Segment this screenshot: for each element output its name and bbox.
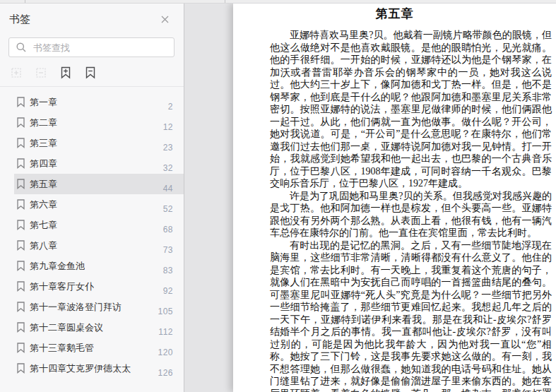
bookmark-item[interactable]: 第五章44	[0, 174, 184, 194]
close-panel-button[interactable]	[158, 13, 171, 25]
bookmark-page-number: 2	[168, 102, 173, 112]
bookmark-icon	[16, 138, 25, 148]
bookmark-item[interactable]: 第十章客厅女仆92	[0, 276, 184, 297]
toolbar-divider-tick	[225, 0, 225, 3]
bookmark-icon	[16, 117, 25, 128]
bookmark-icon	[16, 220, 25, 230]
bookmark-page-number: 92	[163, 286, 173, 296]
remove-bookmark-icon	[85, 66, 96, 79]
bookmark-label: 第八章	[30, 239, 57, 252]
bookmark-page-number: 112	[158, 327, 173, 337]
bookmarks-panel-header: 书签	[0, 4, 184, 35]
bookmark-icon	[16, 281, 25, 292]
body-paragraph: 亚娜特喜欢马里奥?贝。他戴着一副镜片略带颜色的眼镜，但他这么做绝对不是他喜欢戴眼…	[270, 29, 552, 190]
bookmark-icon	[16, 158, 25, 169]
bookmark-item[interactable]: 第六章52	[0, 194, 184, 215]
bookmarks-toolbar	[0, 59, 184, 87]
bookmark-page-number: 44	[163, 184, 173, 194]
chapter-title: 第五章	[233, 6, 556, 22]
bookmark-label: 第七章	[30, 219, 57, 232]
search-icon	[16, 42, 27, 53]
document-viewer[interactable]: 第五章 亚娜特喜欢马里奥?贝。他戴着一副镜片略带颜色的眼镜，但他这么做绝对不是他…	[185, 4, 556, 392]
bookmark-label: 第六章	[30, 198, 57, 211]
bookmark-label: 第十一章波洛登门拜访	[30, 301, 122, 314]
bookmark-label: 第十二章圆桌会议	[30, 321, 103, 334]
bookmark-label: 第十四章艾克罗伊德太太	[30, 362, 131, 375]
bookmark-page-number: 23	[163, 143, 173, 153]
bookmarks-panel: 书签	[0, 4, 184, 392]
body-paragraph: 许是为了巩固她和马里奥?贝的关系。但我感觉对我感兴趣的是戈丁热。他和阿加德一样也…	[270, 190, 552, 239]
bookmark-item[interactable]: 第八章73	[0, 235, 184, 256]
bookmark-page-number: 120	[158, 348, 173, 357]
collapse-all-button	[35, 66, 47, 79]
expand-all-icon	[10, 66, 23, 79]
bookmark-icon	[16, 240, 25, 251]
bookmark-item[interactable]: 第七章68	[0, 215, 184, 235]
bookmark-search-input[interactable]	[8, 37, 175, 57]
bookmark-item[interactable]: 第四章32	[0, 153, 184, 174]
bookmark-icon	[16, 343, 25, 353]
bookmark-item[interactable]: 第三章23	[0, 133, 184, 153]
bookmark-icon	[16, 302, 25, 312]
body-paragraph: 有时出现的是记忆的黑洞。之后，又有一些细节陡地浮现在脑海里，这些细节非常清晰，清…	[270, 239, 552, 392]
toolbar-divider-tick	[25, 0, 25, 3]
bookmark-item[interactable]: 第十三章鹅毛管120	[0, 338, 184, 358]
bookmark-page-number: 126	[158, 368, 173, 378]
add-bookmark-icon	[60, 66, 71, 79]
bookmark-icon	[16, 199, 25, 210]
bookmark-label: 第十章客厅女仆	[30, 280, 94, 293]
bookmark-page-number: 32	[163, 163, 173, 173]
bookmark-item[interactable]: 第二章12	[0, 112, 184, 133]
bookmark-item[interactable]: 第十一章波洛登门拜访105	[0, 297, 184, 317]
bookmark-search	[8, 37, 175, 57]
chapter-body: 亚娜特喜欢马里奥?贝。他戴着一副镜片略带颜色的眼镜，但他这么做绝对不是他喜欢戴眼…	[270, 29, 552, 392]
bookmark-list: 第一章2第二章12第三章23第四章32第五章44第六章52第七章68第八章73第…	[0, 92, 184, 379]
bookmark-label: 第十三章鹅毛管	[30, 342, 94, 355]
document-page: 第五章 亚娜特喜欢马里奥?贝。他戴着一副镜片略带颜色的眼镜，但他这么做绝对不是他…	[233, 4, 556, 392]
bookmark-label: 第五章	[30, 178, 57, 191]
bookmark-icon	[16, 97, 25, 107]
close-icon	[160, 15, 170, 24]
bookmark-icon	[16, 363, 25, 374]
bookmark-label: 第三章	[30, 137, 57, 150]
bookmark-label: 第九章金鱼池	[30, 260, 85, 273]
remove-bookmark-button[interactable]	[84, 66, 97, 79]
bookmark-icon	[16, 261, 25, 271]
bookmark-label: 第四章	[30, 158, 57, 170]
bookmark-page-number: 12	[163, 122, 173, 132]
toolbar-remnant-strip	[0, 0, 556, 4]
bookmark-item[interactable]: 第十四章艾克罗伊德太太126	[0, 358, 184, 379]
bookmark-page-number: 73	[163, 245, 173, 255]
bookmark-page-number: 83	[163, 266, 173, 275]
bookmark-label: 第二章	[30, 117, 57, 129]
bookmark-label: 第一章	[30, 96, 57, 109]
bookmark-icon	[16, 179, 25, 189]
bookmark-item[interactable]: 第九章金鱼池83	[0, 256, 184, 276]
bookmarks-panel-title: 书签	[9, 13, 30, 26]
bookmark-page-number: 105	[158, 307, 173, 316]
expand-all-button	[10, 66, 23, 79]
collapse-all-icon	[35, 66, 47, 79]
bookmark-page-number: 52	[163, 204, 173, 214]
add-bookmark-button[interactable]	[59, 66, 72, 79]
bookmark-item[interactable]: 第十二章圆桌会议112	[0, 317, 184, 338]
bookmark-item[interactable]: 第一章2	[0, 92, 184, 112]
bookmark-page-number: 68	[163, 225, 173, 234]
bookmark-icon	[16, 322, 25, 333]
